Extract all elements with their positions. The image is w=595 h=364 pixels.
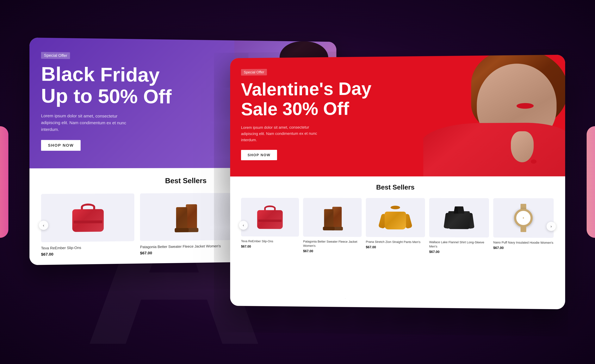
product-price-a-2: $67.00 (140, 250, 231, 255)
boot-left (176, 207, 187, 232)
sweater-collar-b (390, 206, 400, 209)
product-image-a-2 (140, 193, 231, 241)
product-image-a-1 (41, 193, 134, 242)
product-image-b-2 (303, 198, 361, 237)
sweater-icon-b (383, 206, 407, 230)
handbag-icon-b (257, 206, 283, 229)
sweater-body-b (385, 212, 406, 229)
banner-b-subtitle: Lorem ipsum dolor sit amet, consectetur … (241, 124, 320, 143)
product-image-b-1 (241, 198, 299, 237)
left-gradient-bar (0, 126, 8, 238)
product-card-b-3: Prana Stretch Zion Straight Pants Men's … (366, 198, 425, 249)
product-card-b-4: Wallace Lake Flannel Shirt Long-Sleeve M… (429, 198, 489, 254)
jacket-body (448, 211, 470, 229)
best-sellers-title-b: Best Sellers (241, 183, 554, 191)
product-name-b-2: Patagonia Better Sweater Fleece Jacket W… (303, 240, 361, 248)
product-image-b-4 (429, 198, 489, 238)
best-sellers-b: Best Sellers ‹ (230, 176, 565, 261)
product-price-b-2: $67.00 (303, 249, 361, 253)
product-price-b-1: $67.00 (241, 245, 299, 249)
carousel-b: ‹ Teva ReEmber Slip-Ons (241, 198, 554, 254)
product-card-a-2: Patagonia Better Sweater Fleece Jacket W… (140, 193, 231, 255)
jacket-collar-right (457, 206, 464, 213)
product-card-a-1: Teva ReEmber Slip-Ons $67.00 (41, 193, 134, 257)
product-name-b-3: Prana Stretch Zion Straight Pants Men's (366, 240, 425, 244)
handbag-strap (74, 220, 102, 223)
screens-container: Special Offer Black Friday Up to 50% Off… (32, 29, 563, 335)
product-image-b-5 (493, 198, 554, 238)
special-offer-badge-b: Special Offer (241, 69, 267, 76)
carousel-left-arrow-a[interactable]: ‹ (39, 221, 48, 230)
boots-icon (172, 201, 200, 232)
special-offer-badge-a: Special Offer (41, 52, 70, 59)
product-price-a-1: $67.00 (41, 251, 134, 257)
shop-now-button-a[interactable]: SHOP NOW (41, 140, 80, 151)
carousel-right-arrow-b[interactable]: › (546, 222, 556, 231)
product-name-b-4: Wallace Lake Flannel Shirt Long-Sleeve M… (429, 240, 489, 249)
product-card-b-2: Patagonia Better Sweater Fleece Jacket W… (303, 198, 361, 253)
product-image-b-3 (366, 198, 425, 237)
handbag-body (72, 209, 104, 232)
jacket-icon-b (448, 206, 470, 229)
product-name-a-1: Teva ReEmber Slip-Ons (41, 245, 134, 251)
boot-left-b (324, 209, 333, 230)
products-row-b: Teva ReEmber Slip-Ons $67.00 Patagonia B… (241, 198, 554, 254)
product-price-b-3: $67.00 (366, 245, 425, 249)
banner-a-title: Black Friday Up to 50% Off (41, 63, 171, 108)
right-gradient-bar (587, 126, 595, 238)
screen-b: Special Offer Valentine's Day Sale 30% O… (230, 55, 565, 309)
watch-icon-b (512, 204, 535, 232)
banner-a-subtitle: Lorem ipsum dolor sit amet, consectetur … (41, 112, 130, 133)
handbag-strap-b (258, 220, 281, 222)
banner-b-title: Valentine's Day Sale 30% Off (241, 79, 371, 119)
banner-b-content: Special Offer Valentine's Day Sale 30% O… (241, 68, 371, 160)
boots-icon-b (320, 204, 344, 230)
handbag-body-b (257, 210, 283, 229)
banner-a-content: Special Offer Black Friday Up to 50% Off… (41, 52, 171, 151)
product-card-b-5: Nano Puff Navy Insulated Hoodie Women's … (493, 198, 554, 250)
carousel-left-arrow-b[interactable]: ‹ (239, 221, 248, 230)
product-card-b-1: Teva ReEmber Slip-Ons $67.00 (241, 198, 299, 249)
watch-band-bottom (520, 226, 526, 232)
banner-b-model (423, 55, 565, 176)
product-name-b-5: Nano Puff Navy Insulated Hoodie Women's (493, 240, 554, 245)
product-name-b-1: Teva ReEmber Slip-Ons (241, 239, 299, 244)
watch-face (514, 209, 533, 227)
product-name-a-2: Patagonia Better Sweater Fleece Jacket W… (140, 243, 231, 249)
shop-now-button-b[interactable]: SHOP NOW (241, 150, 277, 160)
product-price-b-5: $67.00 (493, 246, 554, 250)
product-price-b-4: $67.00 (429, 250, 489, 254)
banner-b: Special Offer Valentine's Day Sale 30% O… (230, 55, 565, 176)
handbag-icon (72, 204, 104, 232)
